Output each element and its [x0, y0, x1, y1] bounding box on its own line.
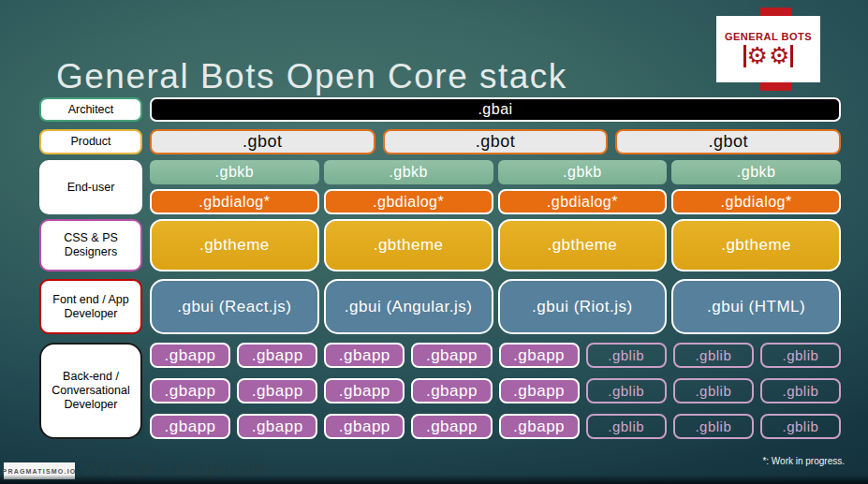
gblib-box: .gblib [673, 414, 754, 439]
gblib-box: .gblib [673, 378, 754, 403]
gbui-angular-box: .gbui (Angular.js) [324, 279, 493, 334]
gbtheme-box: .gbtheme [150, 219, 319, 271]
gbapp-box: .gbapp [150, 414, 230, 439]
gbapp-box: .gbapp [324, 414, 405, 439]
slide-canvas: General Bots Open Core stack GENERAL BOT… [0, 0, 868, 484]
gbdialog-box: .gbdialog* [150, 189, 319, 214]
row-apps-1: .gbapp .gbapp .gbapp .gbapp .gbapp .gbli… [150, 343, 841, 368]
gbui-html-box: .gbui (HTML) [671, 279, 841, 334]
gbtheme-box: .gbtheme [498, 219, 668, 271]
gbtheme-box: .gbtheme [324, 219, 493, 271]
row-apps-2: .gbapp .gbapp .gbapp .gbapp .gbapp .gbli… [150, 378, 841, 403]
gbkb-box: .gbkb [671, 160, 841, 184]
bottom-vignette [0, 475, 868, 484]
row-gbot: .gbot .gbot .gbot [150, 129, 841, 154]
role-label-text: Architect [68, 103, 114, 117]
role-label-frontend-app-developer: Font end / App Developer [39, 279, 142, 334]
gbot-box: .gbot [150, 129, 375, 154]
gear-bar-right-icon [790, 45, 793, 67]
gear-bar-left-icon [743, 45, 746, 67]
logo-brand-text: GENERAL BOTS [725, 31, 812, 42]
role-label-text: Back-end / Conversational Developer [47, 370, 135, 412]
gbapp-box: .gbapp [411, 378, 492, 403]
row-gbdialog: .gbdialog* .gbdialog* .gbdialog* .gbdial… [150, 189, 841, 214]
gbapp-box: .gbapp [237, 378, 317, 403]
row-gbui: .gbui (React.js) .gbui (Angular.js) .gbu… [150, 279, 841, 334]
work-in-progress-footnote: *: Work in progress. [762, 456, 845, 466]
gblib-box: .gblib [760, 414, 841, 439]
gblib-box: .gblib [586, 343, 667, 368]
gbdialog-box: .gbdialog* [324, 189, 493, 214]
role-label-backend-conversational-developer: Back-end / Conversational Developer [39, 343, 142, 439]
role-label-product: Product [39, 129, 142, 154]
role-label-text: Font end / App Developer [47, 293, 135, 321]
role-label-css-ps-designers: CSS & PS Designers [39, 219, 142, 271]
gbapp-box: .gbapp [499, 414, 580, 439]
row-gbtheme: .gbtheme .gbtheme .gbtheme .gbtheme [150, 219, 841, 271]
gblib-box: .gblib [760, 343, 841, 368]
gear-icon: ⚙ [747, 44, 768, 67]
role-label-text: CSS & PS Designers [47, 231, 135, 259]
gbai-box: .gbai [150, 97, 841, 122]
logo-card: GENERAL BOTS ⚙ ⚙ [716, 16, 820, 82]
role-label-text: Product [70, 135, 110, 149]
gblib-box: .gblib [586, 414, 667, 439]
gbapp-box: .gbapp [499, 378, 580, 403]
role-label-text: End-user [67, 181, 115, 195]
logo-gears: ⚙ ⚙ [743, 44, 794, 67]
gbkb-box: .gbkb [150, 160, 319, 184]
gbtheme-box: .gbtheme [671, 219, 841, 271]
gear-icon: ⚙ [769, 44, 789, 67]
gbapp-box: .gbapp [411, 343, 492, 368]
gbapp-box: .gbapp [411, 414, 492, 439]
general-bots-logo: GENERAL BOTS ⚙ ⚙ [716, 7, 820, 91]
gbot-box: .gbot [615, 129, 841, 154]
gbapp-box: .gbapp [237, 414, 317, 439]
gbapp-box: .gbapp [237, 343, 317, 368]
gbapp-box: .gbapp [324, 343, 405, 368]
gbapp-box: .gbapp [324, 378, 405, 403]
gbui-riot-box: .gbui (Riot.js) [498, 279, 668, 334]
gblib-box: .gblib [760, 378, 841, 403]
gbapp-box: .gbapp [150, 343, 230, 368]
gbdialog-box: .gbdialog* [671, 189, 841, 214]
gblib-box: .gblib [673, 343, 754, 368]
row-gbkb: .gbkb .gbkb .gbkb .gbkb [150, 160, 841, 184]
gbapp-box: .gbapp [150, 378, 230, 403]
gbui-react-box: .gbui (React.js) [150, 279, 319, 334]
role-label-end-user: End-user [39, 160, 142, 214]
gbkb-box: .gbkb [324, 160, 493, 184]
gbapp-box: .gbapp [499, 343, 580, 368]
row-gbai: .gbai [150, 97, 841, 122]
row-apps-3: .gbapp .gbapp .gbapp .gbapp .gbapp .gbli… [150, 414, 841, 439]
gblib-box: .gblib [586, 378, 667, 403]
gbkb-box: .gbkb [498, 160, 668, 184]
role-label-architect: Architect [39, 97, 142, 122]
gbot-box: .gbot [383, 129, 609, 154]
gbdialog-box: .gbdialog* [498, 189, 668, 214]
slide-title: General Bots Open Core stack [56, 57, 567, 96]
